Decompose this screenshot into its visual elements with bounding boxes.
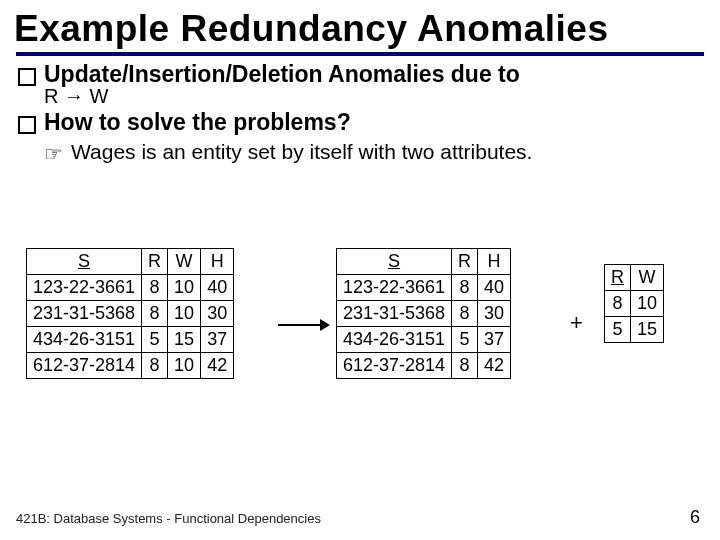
col-S: S xyxy=(78,251,90,271)
bullet-2-sub: ☞ Wages is an entity set by itself with … xyxy=(44,140,702,167)
table-row: 231-31-5368 8 10 30 xyxy=(27,301,234,327)
table-row: 612-37-2814 8 42 xyxy=(337,353,511,379)
col-S: S xyxy=(388,251,400,271)
col-R: R xyxy=(142,249,168,275)
functional-dependency-formula: R → W xyxy=(44,85,702,108)
bullet-list: Update/Insertion/Deletion Anomalies due … xyxy=(0,56,720,167)
arrow-icon xyxy=(278,318,330,332)
hand-bullet-icon: ☞ xyxy=(44,142,63,167)
col-R: R xyxy=(452,249,478,275)
slide: Example Redundancy Anomalies Update/Inse… xyxy=(0,0,720,540)
bullet-2: How to solve the problems? xyxy=(18,110,702,135)
bullet-2-sub-text: Wages is an entity set by itself with tw… xyxy=(71,140,532,164)
square-bullet-icon xyxy=(18,68,36,86)
bullet-2-text: How to solve the problems? xyxy=(44,110,351,135)
plus-sign: + xyxy=(570,310,583,336)
col-W: W xyxy=(631,265,664,291)
table-row: 123-22-3661 8 40 xyxy=(337,275,511,301)
bullet-1-text: Update/Insertion/Deletion Anomalies due … xyxy=(44,62,520,87)
square-bullet-icon xyxy=(18,116,36,134)
svg-marker-1 xyxy=(320,319,330,331)
col-H: H xyxy=(478,249,511,275)
col-H: H xyxy=(201,249,234,275)
table-decomposed-2: R W 8 10 5 15 xyxy=(604,264,664,343)
slide-title: Example Redundancy Anomalies xyxy=(0,0,720,50)
table-original: S R W H 123-22-3661 8 10 40 231-31-5368 … xyxy=(26,248,234,379)
table-row: 434-26-3151 5 15 37 xyxy=(27,327,234,353)
page-number: 6 xyxy=(690,507,700,528)
footer-course-title: 421B: Database Systems - Functional Depe… xyxy=(16,511,321,526)
table-row: 434-26-3151 5 37 xyxy=(337,327,511,353)
table-row: 8 10 xyxy=(605,291,664,317)
table-row: 5 15 xyxy=(605,317,664,343)
table-decomposed-1: S R H 123-22-3661 8 40 231-31-5368 8 30 … xyxy=(336,248,511,379)
col-R: R xyxy=(611,267,624,287)
bullet-1: Update/Insertion/Deletion Anomalies due … xyxy=(18,62,702,87)
col-W: W xyxy=(168,249,201,275)
table-row: 612-37-2814 8 10 42 xyxy=(27,353,234,379)
table-row: 231-31-5368 8 30 xyxy=(337,301,511,327)
table-row: 123-22-3661 8 10 40 xyxy=(27,275,234,301)
